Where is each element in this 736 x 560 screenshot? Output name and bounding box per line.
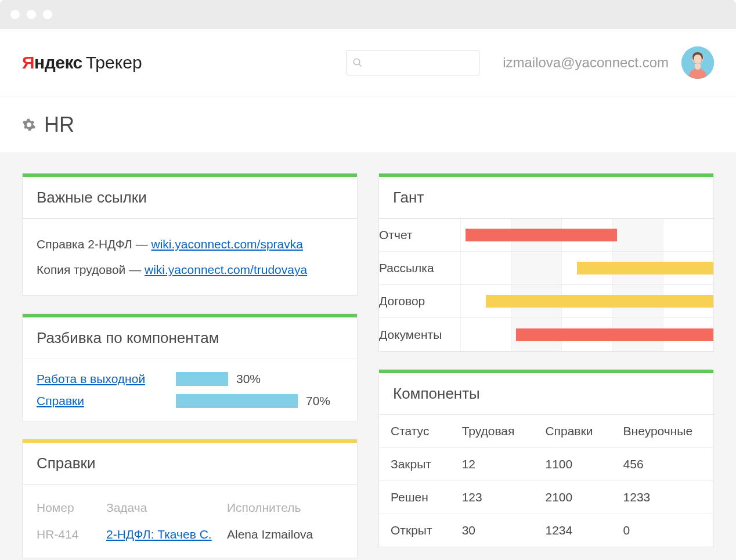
ticket-num: HR-414 (37, 528, 95, 541)
search-input[interactable] (346, 50, 479, 75)
card-gantt-body: ОтчетРассылкаДоговорДокументы (379, 219, 713, 351)
breakdown-bar (176, 372, 228, 386)
column-right: Гант ОтчетРассылкаДоговорДокументы Компо… (378, 173, 714, 558)
gantt-row: Рассылка (379, 252, 713, 285)
components-cell: 1100 (533, 448, 611, 481)
components-cell: 30 (450, 514, 534, 547)
avatar[interactable] (681, 46, 714, 79)
components-cell: Закрыт (379, 448, 450, 481)
svg-point-0 (353, 59, 360, 65)
components-col: Справки (533, 415, 611, 448)
links-row: Справка 2-НДФЛ — wiki.yaconnect.com/spra… (37, 232, 343, 257)
gantt-track (460, 285, 713, 317)
gantt-label: Документы (379, 328, 460, 342)
gantt-track (460, 219, 713, 251)
card-gantt-title: Гант (379, 177, 713, 219)
components-table: Статус Трудовая Справки Внеурочные Закры… (379, 415, 713, 547)
components-cell: 0 (612, 514, 713, 547)
breakdown-label[interactable]: Справки (37, 394, 176, 408)
components-cell: 1234 (533, 514, 611, 547)
components-cell: 1233 (612, 481, 713, 514)
card-links: Важные ссылки Справка 2-НДФЛ — wiki.yaco… (22, 173, 358, 296)
card-breakdown: Разбивка по компонентам Работа в выходно… (22, 313, 358, 421)
search-box (346, 50, 479, 75)
svg-line-1 (359, 64, 362, 67)
search-icon (352, 57, 363, 68)
card-components-title: Компоненты (379, 373, 713, 415)
components-cell: 2100 (533, 481, 611, 514)
breakdown-pct: 70% (306, 394, 330, 408)
links-label: Копия трудовой — (37, 263, 145, 276)
card-tickets-body: Номер Задача Исполнитель HR-414 2-НДФЛ: … (23, 485, 357, 558)
logo[interactable]: Яндекс Трекер (22, 53, 142, 73)
gantt-track (460, 318, 713, 351)
card-components: Компоненты Статус Трудовая Справки Внеур… (378, 369, 714, 547)
breakdown-label[interactable]: Работа в выходной (37, 372, 176, 386)
card-gantt: Гант ОтчетРассылкаДоговорДокументы (378, 173, 714, 352)
gantt-track (460, 252, 713, 284)
card-links-body: Справка 2-НДФЛ — wiki.yaconnect.com/spra… (23, 219, 357, 295)
user-block: izmailova@yaconnect.com (503, 46, 714, 79)
components-col: Трудовая (450, 415, 534, 448)
ticket-assignee: Alena Izmailova (227, 528, 343, 541)
breakdown-row: Справки 70% (37, 394, 343, 408)
tickets-col-num: Номер (37, 501, 95, 515)
breakdown-row: Работа в выходной 30% (37, 372, 343, 386)
card-breakdown-title: Разбивка по компонентам (23, 317, 357, 359)
user-email[interactable]: izmailova@yaconnect.com (503, 55, 669, 71)
window-dot-close[interactable] (10, 10, 20, 19)
components-row: Открыт3012340 (379, 514, 713, 547)
tickets-col-task: Задача (106, 501, 215, 515)
window-dot-minimize[interactable] (27, 10, 36, 19)
card-tickets-title: Справки (23, 443, 357, 485)
links-url[interactable]: wiki.yaconnect.com/trudovaya (145, 263, 307, 276)
gantt-bar[interactable] (466, 229, 618, 241)
card-components-body: Статус Трудовая Справки Внеурочные Закры… (379, 415, 713, 547)
window-chrome (0, 0, 736, 29)
page-title-bar: HR (0, 96, 736, 153)
window-dot-zoom[interactable] (43, 10, 52, 19)
components-row: Закрыт121100456 (379, 448, 713, 481)
breakdown-bar-wrap: 70% (176, 394, 343, 408)
gantt-label: Отчет (379, 228, 460, 242)
gantt-label: Договор (379, 294, 460, 308)
tickets-col-assignee: Исполнитель (227, 501, 343, 515)
breakdown-bar-wrap: 30% (176, 372, 343, 386)
page-title: HR (44, 113, 74, 137)
ticket-task[interactable]: 2-НДФЛ: Ткачев С. (106, 528, 215, 541)
tickets-head: Номер Задача Исполнитель (37, 497, 343, 518)
top-header: Яндекс Трекер izmailova@yaconnect.com (0, 29, 736, 96)
components-head-row: Статус Трудовая Справки Внеурочные (379, 415, 713, 448)
card-tickets: Справки Номер Задача Исполнитель HR-414 … (22, 439, 358, 558)
logo-yandex: Яндекс (22, 53, 82, 73)
components-cell: 456 (612, 448, 713, 481)
components-cell: 123 (450, 481, 534, 514)
gantt-bar[interactable] (486, 295, 713, 308)
gantt-bar[interactable] (516, 328, 713, 341)
gantt-row: Договор (379, 285, 713, 318)
links-row: Копия трудовой — wiki.yaconnect.com/trud… (37, 257, 343, 283)
gantt-row: Документы (379, 318, 713, 351)
gantt-bar[interactable] (577, 262, 713, 274)
links-url[interactable]: wiki.yaconnect.com/spravka (151, 237, 303, 251)
gantt-row: Отчет (379, 219, 713, 252)
components-col: Внеурочные (612, 415, 713, 448)
gantt-label: Рассылка (379, 261, 460, 275)
logo-tracker: Трекер (86, 53, 142, 73)
components-row: Решен12321001233 (379, 481, 713, 514)
breakdown-bar (176, 394, 298, 408)
tickets-row[interactable]: HR-414 2-НДФЛ: Ткачев С. Alena Izmailova (37, 524, 343, 545)
column-left: Важные ссылки Справка 2-НДФЛ — wiki.yaco… (22, 173, 358, 558)
components-cell: Открыт (379, 514, 450, 547)
components-cell: Решен (379, 481, 450, 514)
breakdown-pct: 30% (236, 372, 261, 386)
card-links-title: Важные ссылки (23, 177, 357, 219)
card-breakdown-body: Работа в выходной 30% Справки 70% (23, 359, 357, 421)
components-cell: 12 (450, 448, 534, 481)
components-col: Статус (379, 415, 450, 448)
content-area: Важные ссылки Справка 2-НДФЛ — wiki.yaco… (0, 153, 736, 560)
links-label: Справка 2-НДФЛ — (37, 237, 151, 251)
avatar-icon (681, 46, 714, 79)
gear-icon[interactable] (22, 118, 36, 132)
